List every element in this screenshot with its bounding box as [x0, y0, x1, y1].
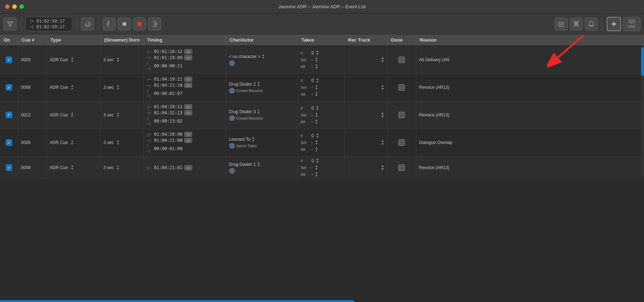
durn-down[interactable]: ▼: [117, 168, 119, 171]
takes-sel-stepper[interactable]: ▲ ▼: [315, 57, 318, 63]
rectrack-stepper[interactable]: ▲ ▼: [381, 84, 384, 91]
takes-hash-stepper[interactable]: ▲ ▼: [316, 50, 319, 56]
takes-alt-stepper[interactable]: ▲ ▼: [315, 147, 318, 152]
timing-end-edit[interactable]: ◁▷: [184, 55, 192, 60]
durn-stepper[interactable]: ▲ ▼: [117, 85, 119, 90]
type-stepper[interactable]: ▲ ▼: [71, 57, 74, 63]
done-checkbox[interactable]: [398, 84, 405, 91]
type-stepper[interactable]: ▲ ▼: [71, 112, 74, 118]
play-button[interactable]: [148, 18, 161, 30]
takes-sel-stepper[interactable]: ▲ ▼: [315, 165, 318, 171]
type-stepper[interactable]: ▲ ▼: [71, 85, 74, 90]
rectrack-stepper[interactable]: ▲ ▼: [381, 112, 384, 118]
char-stepper[interactable]: ▲ ▼: [257, 162, 260, 167]
timing-start-edit[interactable]: ◁▷: [184, 77, 192, 82]
char-down[interactable]: ▼: [257, 84, 260, 87]
char-stepper[interactable]: ▲ ▼: [257, 109, 260, 115]
filter-button[interactable]: [4, 18, 16, 30]
add-cue-button[interactable]: [607, 17, 621, 31]
takes-hash-down[interactable]: ▼: [316, 53, 319, 56]
rectrack-down[interactable]: ▼: [381, 87, 384, 91]
type-stepper[interactable]: ▲ ▼: [71, 140, 74, 145]
done-checkbox[interactable]: [398, 57, 405, 63]
timing-start-edit[interactable]: ◁▷: [184, 104, 192, 109]
char-stepper[interactable]: ▲ ▼: [252, 136, 255, 142]
takes-alt-down[interactable]: ▼: [315, 174, 318, 177]
rectrack-down[interactable]: ▼: [381, 143, 384, 146]
type-down-arrow[interactable]: ▼: [71, 87, 74, 90]
takes-hash-stepper[interactable]: ▲ ▼: [316, 133, 319, 139]
takes-hash-down[interactable]: ▼: [316, 81, 319, 83]
type-down-arrow[interactable]: ▼: [71, 60, 74, 63]
timing-start-edit[interactable]: ◁▷: [184, 49, 192, 54]
takes-sel-stepper[interactable]: ▲ ▼: [315, 85, 318, 90]
type-stepper[interactable]: ▲ ▼: [71, 165, 74, 171]
char-stepper[interactable]: ▲ ▼: [257, 81, 260, 87]
takes-sel-down[interactable]: ▼: [315, 115, 318, 118]
takes-hash-stepper[interactable]: ▲ ▼: [316, 78, 319, 83]
checkbox-on[interactable]: ✓: [6, 139, 12, 146]
cut-tool-button[interactable]: [570, 18, 583, 30]
type-down-arrow[interactable]: ▼: [71, 115, 74, 118]
char-down[interactable]: ▼: [252, 139, 255, 142]
durn-stepper[interactable]: ▲ ▼: [117, 112, 119, 118]
timing-start-edit[interactable]: ◁▷: [184, 165, 192, 170]
done-checkbox[interactable]: [398, 164, 405, 171]
takes-sel-down[interactable]: ▼: [315, 60, 318, 63]
rectrack-stepper[interactable]: ▲ ▼: [381, 139, 384, 146]
durn-down[interactable]: ▼: [117, 143, 119, 145]
takes-hash-down[interactable]: ▼: [316, 136, 319, 139]
durn-stepper[interactable]: ▲ ▼: [117, 140, 119, 145]
timing-end-edit[interactable]: ◁▷: [184, 83, 192, 88]
checkbox-on[interactable]: ✓: [6, 84, 12, 91]
durn-down[interactable]: ▼: [117, 87, 119, 90]
takes-hash-down[interactable]: ▼: [316, 108, 319, 111]
durn-down[interactable]: ▼: [117, 115, 119, 118]
maximize-button[interactable]: [19, 4, 24, 9]
takes-hash-stepper[interactable]: ▲ ▼: [316, 105, 319, 111]
timing-end-edit[interactable]: ◁▷: [184, 110, 192, 115]
takes-sel-down[interactable]: ▼: [315, 143, 318, 145]
type-down-arrow[interactable]: ▼: [71, 143, 74, 145]
char-down[interactable]: ▼: [262, 57, 265, 59]
add-event-button[interactable]: [555, 18, 568, 30]
checkbox-on[interactable]: ✓: [6, 164, 12, 171]
takes-alt-stepper[interactable]: ▲ ▼: [315, 172, 318, 177]
takes-alt-stepper[interactable]: ▲ ▼: [315, 119, 318, 125]
checkbox-on[interactable]: ✓: [6, 57, 12, 63]
char-down[interactable]: ▼: [257, 164, 260, 167]
takes-alt-stepper[interactable]: ▲ ▼: [315, 91, 318, 97]
takes-hash-stepper[interactable]: ▲ ▼: [316, 158, 319, 164]
timing-end-edit[interactable]: ◁▷: [184, 138, 192, 143]
scrollbar-thumb[interactable]: [641, 47, 644, 76]
takes-alt-down[interactable]: ▼: [315, 94, 318, 97]
daw-button[interactable]: DAW: [623, 17, 640, 31]
char-down[interactable]: ▼: [257, 112, 260, 115]
rectrack-stepper[interactable]: ▲ ▼: [381, 164, 384, 171]
durn-down[interactable]: ▼: [117, 60, 119, 63]
takes-sel-stepper[interactable]: ▲ ▼: [315, 140, 318, 145]
record-button[interactable]: [133, 18, 146, 30]
durn-stepper[interactable]: ▲ ▼: [117, 57, 119, 63]
takes-alt-down[interactable]: ▼: [315, 67, 318, 69]
takes-hash-down[interactable]: ▼: [316, 161, 319, 164]
type-down-arrow[interactable]: ▼: [71, 168, 74, 171]
rectrack-down[interactable]: ▼: [381, 168, 384, 171]
takes-sel-stepper[interactable]: ▲ ▼: [315, 112, 318, 118]
rectrack-stepper[interactable]: ▲ ▼: [381, 57, 384, 63]
done-checkbox[interactable]: [398, 112, 405, 118]
stop-button[interactable]: [118, 18, 131, 30]
done-checkbox[interactable]: [398, 139, 405, 146]
checkbox-on[interactable]: ✓: [6, 112, 12, 118]
takes-sel-down[interactable]: ▼: [315, 87, 318, 90]
rectrack-down[interactable]: ▼: [381, 115, 384, 118]
refresh-button[interactable]: [81, 18, 94, 30]
minimize-button[interactable]: [12, 4, 17, 9]
takes-alt-down[interactable]: ▼: [315, 149, 318, 152]
rectrack-down[interactable]: ▼: [381, 60, 384, 63]
durn-stepper[interactable]: ▲ ▼: [117, 165, 119, 171]
takes-alt-down[interactable]: ▼: [315, 122, 318, 125]
timing-start-edit[interactable]: ◁▷: [184, 132, 192, 137]
char-stepper[interactable]: ▲ ▼: [262, 54, 265, 59]
notification-button[interactable]: [585, 18, 598, 30]
